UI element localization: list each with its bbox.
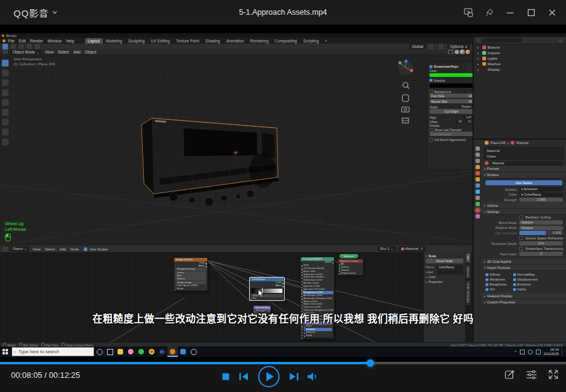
- material-slot: Material: [485, 148, 563, 153]
- color-swatch: [429, 73, 472, 77]
- video-surface[interactable]: Blender FileEditRenderWindowHelp LayoutM…: [0, 25, 566, 362]
- subtitle-text: 在粗糙度上做一些改动注意到它对它没有任何作用 所以我想 我们稍后再删除它 好吗: [0, 311, 566, 326]
- mini-mode-button[interactable]: [458, 2, 479, 23]
- node-name-field: ColorRamp: [437, 265, 463, 270]
- windows-taskbar: ⌕ Type here to search Pr ^: [0, 346, 566, 357]
- add-cube-tool-icon: [1, 138, 9, 146]
- workspace-tab: Modeling: [103, 38, 125, 44]
- pin-button[interactable]: [479, 2, 500, 23]
- menu-item: Window: [47, 39, 62, 43]
- right-panel-column: ⌕ ▸ Buttons ▸: [472, 37, 566, 342]
- checkbox-empty-icon: [519, 236, 523, 240]
- close-button[interactable]: [541, 2, 562, 23]
- perspective-gizmo-icon: [402, 118, 409, 123]
- material-icon: [485, 161, 488, 165]
- shader-menu-item: Select: [45, 247, 55, 251]
- reset-node-button: Reset Node: [426, 258, 463, 263]
- properties-tabs: [474, 145, 481, 220]
- shading-solid-icon: [455, 50, 459, 54]
- blender-icon: [170, 349, 175, 354]
- node-row: Scale: [304, 334, 332, 337]
- checkbox-empty-icon: [519, 247, 523, 250]
- options-dropdown: Options ∨: [447, 44, 470, 49]
- scale-tool-icon: [1, 98, 9, 106]
- shading-rendered-icon: [466, 50, 470, 54]
- material-name-field: Material: [490, 161, 563, 166]
- play-button[interactable]: [257, 365, 281, 388]
- node-row: Repeat: [175, 278, 206, 281]
- checkbox-icon: ✓: [513, 273, 516, 276]
- checkbox-icon: ✓: [513, 288, 516, 291]
- align-label: Align:: [429, 116, 437, 119]
- select-box-tool-icon: [1, 59, 9, 67]
- collection-icon: [482, 51, 486, 55]
- qq-player-window: QQ影音 5-1.Approach Assets.mp4: [0, 0, 566, 392]
- windows-logo-icon: [2, 349, 8, 354]
- node-row: Roughness.png: [175, 268, 206, 271]
- node-material-output: Material Output AllSurfaceVolumeDisplace…: [338, 258, 364, 276]
- background-label: Background: [434, 90, 451, 94]
- transform-tool-icon: [1, 108, 9, 116]
- minimize-button[interactable]: [500, 2, 520, 23]
- collection-icon: [482, 57, 486, 60]
- panel-menu-icon: ≡: [472, 65, 472, 68]
- shadow-swatch: [429, 83, 472, 88]
- cortana-button: [94, 346, 105, 357]
- workspace-tab: Animation: [223, 38, 247, 44]
- cortana-icon: [97, 349, 103, 355]
- shader-sidebar: ▾Node Reset Node NameColorRamp Label ▸Co…: [423, 252, 465, 342]
- color-label: Color: [429, 69, 472, 73]
- material-slot: Glass: [485, 153, 563, 159]
- texture-checkbox-row: ✓NormalMap: [513, 272, 538, 277]
- maximize-button[interactable]: [520, 2, 541, 23]
- stop-button[interactable]: [221, 372, 230, 381]
- shader-type-dropdown: Object ⌄: [10, 246, 30, 252]
- time-display: 00:08:05 / 00:12:25: [11, 370, 80, 380]
- use-nodes-label: Use Nodes: [90, 247, 108, 251]
- mouse-size-slider: Mouse Size33: [429, 99, 472, 103]
- node-row: Linear: [175, 271, 206, 274]
- shader-sidebar-tab: Options: [465, 264, 471, 279]
- key-wheel-up: Wheel Up: [5, 222, 26, 227]
- blender-logo-icon: [2, 34, 4, 37]
- shader-sidebar-tab: Item: [465, 252, 471, 263]
- view-perspective-label: User Perspective: [14, 57, 137, 62]
- next-button[interactable]: [289, 372, 299, 381]
- tray-clock: 16:14 2021/6/25: [544, 348, 559, 356]
- node-emission-collapsed: Emission: [339, 254, 359, 259]
- close-icon: [548, 8, 557, 17]
- shader-menus: ViewSelectAddNode: [33, 247, 84, 251]
- outliner-search-input: ⌕: [482, 38, 522, 42]
- texture-checkbox-row: ✓Emissive: [513, 282, 538, 287]
- active-collection-label: (1) Collection | Plane.006: [14, 62, 137, 66]
- move-tool-icon: [1, 79, 9, 87]
- collection-icon: [482, 62, 486, 66]
- viewport-menu-item: Add: [73, 50, 81, 54]
- screenshot-tools-button[interactable]: [504, 369, 515, 380]
- editor-type-icon: [2, 246, 9, 252]
- outliner: ⌕ ▸ Buttons ▸: [474, 37, 566, 138]
- viewport-menus: ViewSelectAddObject: [45, 50, 100, 54]
- outliner-item: ▸ Display: [474, 66, 566, 72]
- node-output: Alpha: [175, 265, 207, 268]
- blender-menu-logo-icon: [2, 39, 6, 42]
- viewport-menu-item: View: [45, 50, 54, 54]
- checkbox-icon: ✓: [513, 283, 516, 286]
- volume-button[interactable]: [308, 372, 319, 381]
- node-panel-title: Node: [429, 254, 437, 258]
- taskbar-photos: [178, 346, 188, 357]
- playlist-settings-button[interactable]: [526, 370, 537, 379]
- tray-icon: [536, 350, 541, 354]
- workspace-tab: Sculpting: [125, 38, 148, 44]
- breadcrumb: Plane.006▸ Material: [482, 140, 566, 146]
- material-icon: [511, 141, 514, 145]
- node-input: Fac: [250, 297, 284, 300]
- key-left-mouse: Left Mouse: [5, 227, 26, 233]
- taskbar-alarms: [188, 346, 199, 357]
- shader-sidebar-tabs: ItemOptionsNode Wrangler: [465, 252, 471, 306]
- player-titlebar: QQ影音 5-1.Approach Assets.mp4: [0, 0, 566, 25]
- checkbox-icon: ✓: [485, 283, 488, 286]
- progress-thumb[interactable]: [367, 359, 374, 367]
- previous-button[interactable]: [239, 372, 249, 381]
- fullscreen-button[interactable]: [548, 369, 559, 380]
